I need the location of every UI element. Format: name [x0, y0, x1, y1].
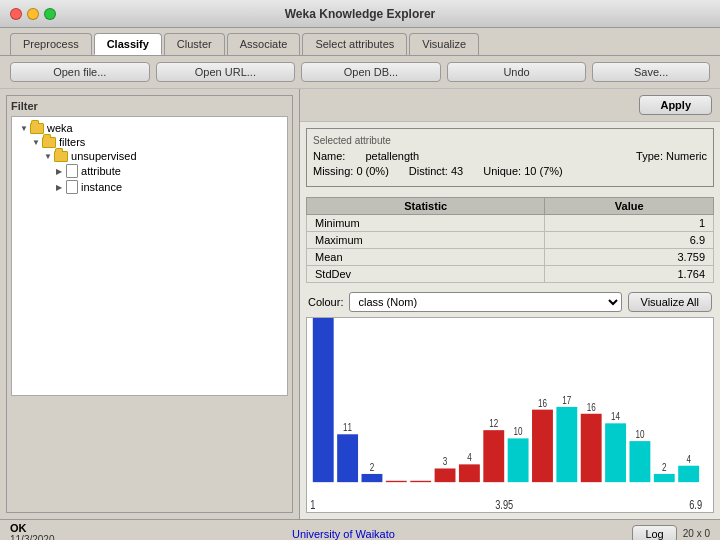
file-icon-attribute	[66, 164, 78, 178]
arrow-instance: ▶	[56, 183, 64, 192]
save-button[interactable]: Save...	[592, 62, 710, 82]
svg-rect-3	[313, 318, 334, 482]
tab-classify[interactable]: Classify	[94, 33, 162, 55]
svg-text:10: 10	[514, 426, 523, 437]
tree-label-weka: weka	[47, 122, 73, 134]
svg-rect-19	[532, 410, 553, 483]
svg-rect-13	[459, 464, 480, 482]
status-ok: OK	[10, 522, 55, 534]
attr-missing: Missing: 0 (0%)	[313, 165, 389, 177]
arrow-attribute: ▶	[56, 167, 64, 176]
open-url-button[interactable]: Open URL...	[156, 62, 296, 82]
filter-label: Filter	[11, 100, 288, 112]
apply-row: Apply	[300, 89, 720, 122]
left-panel: Filter ▼ weka ▼ filters ▼	[0, 89, 300, 519]
folder-icon-filters	[42, 137, 56, 148]
svg-text:2: 2	[662, 462, 667, 473]
tree-item-unsupervised[interactable]: ▼ unsupervised	[44, 149, 283, 163]
tab-cluster[interactable]: Cluster	[164, 33, 225, 55]
attr-name-label: Name:	[313, 150, 345, 162]
tree-item-attribute[interactable]: ▶ attribute	[56, 163, 283, 179]
window-title: Weka Knowledge Explorer	[285, 7, 436, 21]
svg-rect-23	[581, 414, 602, 482]
file-icon-instance	[66, 180, 78, 194]
folder-icon-unsupervised	[54, 151, 68, 162]
tab-bar: Preprocess Classify Cluster Associate Se…	[0, 28, 720, 56]
color-label: Colour:	[308, 296, 343, 308]
svg-rect-25	[605, 423, 626, 482]
status-right: Log 20 x 0	[632, 525, 710, 541]
tree-item-filters[interactable]: ▼ filters	[32, 135, 283, 149]
toolbar: Open file... Open URL... Open DB... Undo…	[0, 56, 720, 89]
folder-icon-weka	[30, 123, 44, 134]
svg-rect-17	[508, 438, 529, 482]
log-button[interactable]: Log	[632, 525, 676, 541]
stat-label: Mean	[307, 249, 545, 266]
svg-rect-10	[410, 481, 431, 482]
main-content: Filter ▼ weka ▼ filters ▼	[0, 89, 720, 519]
window-controls[interactable]	[10, 8, 56, 20]
attr-name-value: petallength	[365, 150, 419, 162]
tab-preprocess[interactable]: Preprocess	[10, 33, 92, 55]
stat-label: Minimum	[307, 215, 545, 232]
status-date: 11/3/2020	[10, 534, 55, 540]
open-file-button[interactable]: Open file...	[10, 62, 150, 82]
stat-label: StdDev	[307, 266, 545, 283]
selected-attribute-box: Selected attribute Name: petallength Typ…	[306, 128, 714, 187]
svg-rect-9	[386, 481, 407, 482]
svg-text:17: 17	[562, 395, 571, 406]
svg-text:11: 11	[343, 422, 352, 433]
svg-rect-31	[678, 466, 699, 482]
tree-label-filters: filters	[59, 136, 85, 148]
maximize-button[interactable]	[44, 8, 56, 20]
tree-label-instance: instance	[81, 181, 122, 193]
stats-col-statistic: Statistic	[307, 198, 545, 215]
apply-button[interactable]: Apply	[639, 95, 712, 115]
title-bar: Weka Knowledge Explorer	[0, 0, 720, 28]
svg-text:4: 4	[467, 452, 472, 463]
right-panel: Apply Selected attribute Name: petalleng…	[300, 89, 720, 519]
visualize-all-button[interactable]: Visualize All	[628, 292, 713, 312]
svg-text:3.95: 3.95	[495, 498, 513, 511]
histogram-chart: 13.956.937112341210161716141024	[307, 318, 713, 512]
svg-text:4: 4	[686, 454, 691, 465]
svg-text:12: 12	[489, 418, 498, 429]
stat-value: 1	[545, 215, 714, 232]
svg-text:14: 14	[611, 411, 620, 422]
minimize-button[interactable]	[27, 8, 39, 20]
selected-attribute-title: Selected attribute	[313, 135, 707, 146]
status-bar: OK 11/3/2020 University of Waikato Log 2…	[0, 519, 720, 540]
filter-box: Filter ▼ weka ▼ filters ▼	[6, 95, 293, 513]
svg-text:1: 1	[310, 498, 315, 511]
stats-col-value: Value	[545, 198, 714, 215]
open-db-button[interactable]: Open DB...	[301, 62, 441, 82]
stat-label: Maximum	[307, 232, 545, 249]
tab-visualize[interactable]: Visualize	[409, 33, 479, 55]
zoom-info: 20 x 0	[683, 528, 710, 539]
arrow-weka: ▼	[20, 124, 28, 133]
svg-text:2: 2	[370, 462, 375, 473]
svg-text:16: 16	[538, 398, 547, 409]
stat-value: 6.9	[545, 232, 714, 249]
svg-rect-11	[435, 468, 456, 482]
arrow-unsupervised: ▼	[44, 152, 52, 161]
tree-item-instance[interactable]: ▶ instance	[56, 179, 283, 195]
close-button[interactable]	[10, 8, 22, 20]
color-select[interactable]: class (Nom)	[349, 292, 621, 312]
tree-item-weka[interactable]: ▼ weka	[20, 121, 283, 135]
tab-associate[interactable]: Associate	[227, 33, 301, 55]
tree-label-unsupervised: unsupervised	[71, 150, 136, 162]
chart-area: 13.956.937112341210161716141024	[306, 317, 714, 513]
status-left: OK 11/3/2020	[10, 522, 55, 540]
undo-button[interactable]: Undo	[447, 62, 587, 82]
arrow-filters: ▼	[32, 138, 40, 147]
attr-distinct: Distinct: 43	[409, 165, 463, 177]
svg-rect-7	[362, 474, 383, 482]
status-university: University of Waikato	[292, 528, 395, 540]
stat-value: 1.764	[545, 266, 714, 283]
filter-tree[interactable]: ▼ weka ▼ filters ▼ unsupervised	[11, 116, 288, 396]
svg-rect-21	[556, 407, 577, 482]
svg-text:16: 16	[587, 402, 596, 413]
tab-select-attributes[interactable]: Select attributes	[302, 33, 407, 55]
svg-text:10: 10	[635, 429, 644, 440]
